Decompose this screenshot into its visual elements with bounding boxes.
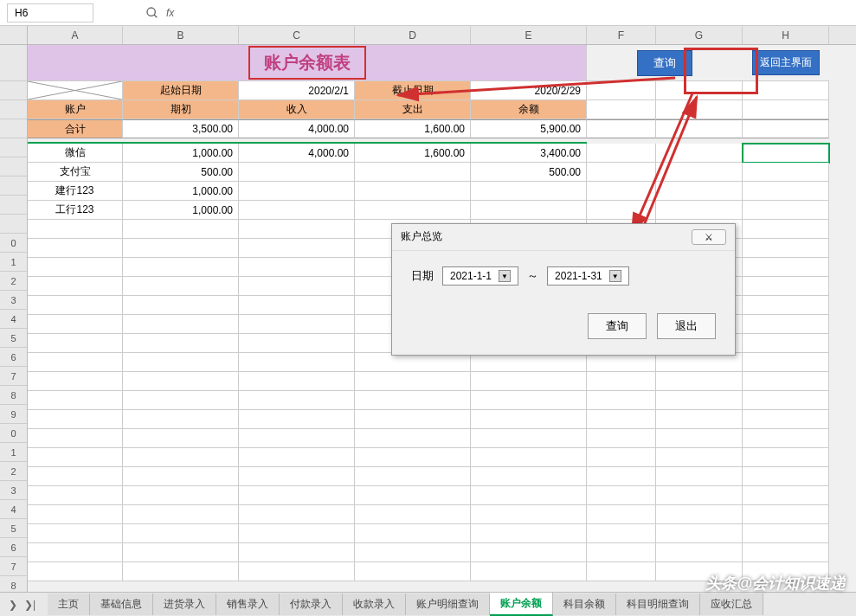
tab-nav-prev-icon[interactable]: ❯ xyxy=(9,599,17,611)
row-header[interactable]: 9 xyxy=(0,405,27,424)
account-cell[interactable]: 1,600.00 xyxy=(355,144,471,163)
sheet-tab[interactable]: 主页 xyxy=(48,594,90,615)
end-date-select[interactable]: 2021-1-31 ▼ xyxy=(547,266,629,286)
account-name[interactable]: 支付宝 xyxy=(28,163,123,182)
account-cell[interactable] xyxy=(355,163,471,182)
row-header[interactable]: 5 xyxy=(0,519,27,538)
account-name[interactable]: 建行123 xyxy=(28,182,123,201)
return-main-button[interactable]: 返回主界面 xyxy=(752,50,820,75)
col-header-D[interactable]: D xyxy=(355,26,471,44)
col-header-G[interactable]: G xyxy=(656,26,743,44)
row-header[interactable] xyxy=(0,215,27,234)
row-header[interactable] xyxy=(0,196,27,215)
row-header[interactable] xyxy=(0,176,27,196)
account-cell[interactable] xyxy=(355,201,471,220)
hdr-income: 收入 xyxy=(239,100,355,119)
search-icon[interactable] xyxy=(145,6,159,20)
start-date-select[interactable]: 2021-1-1 ▼ xyxy=(442,266,518,286)
column-headers: A B C D E F G H xyxy=(0,26,856,45)
sum-income[interactable]: 4,000.00 xyxy=(239,119,355,138)
account-cell[interactable]: 500.00 xyxy=(123,163,239,182)
row-header[interactable]: 8 xyxy=(0,386,27,405)
row-header[interactable]: 1 xyxy=(0,253,27,272)
cell-reference-input[interactable] xyxy=(7,3,93,22)
account-cell[interactable]: 1,000.00 xyxy=(123,182,239,201)
sheet-tab[interactable]: 科目余额 xyxy=(553,594,616,615)
sum-balance[interactable]: 5,900.00 xyxy=(471,119,587,138)
col-header-H[interactable]: H xyxy=(743,26,829,44)
end-date-value[interactable]: 2020/2/29 xyxy=(471,81,587,100)
sheet-tab[interactable]: 付款录入 xyxy=(280,594,343,615)
account-cell[interactable] xyxy=(471,182,587,201)
row-header[interactable]: 3 xyxy=(0,481,27,500)
account-name[interactable]: 微信 xyxy=(28,144,123,163)
sheet-tab[interactable]: 账户明细查询 xyxy=(406,594,490,615)
row-header[interactable] xyxy=(0,45,27,81)
row-header[interactable]: 4 xyxy=(0,310,27,329)
date-separator: ～ xyxy=(527,268,538,284)
dialog-query-button[interactable]: 查询 xyxy=(588,313,647,339)
row-header[interactable]: 3 xyxy=(0,291,27,310)
account-cell[interactable]: 3,400.00 xyxy=(471,144,587,163)
selected-cell-H6[interactable] xyxy=(743,144,829,163)
sheet-tab[interactable]: 进货录入 xyxy=(153,594,216,615)
sheet-tab[interactable]: 销售录入 xyxy=(216,594,280,615)
dialog-exit-button[interactable]: 退出 xyxy=(657,313,716,339)
row-header[interactable]: 2 xyxy=(0,272,27,291)
query-button[interactable]: 查询 xyxy=(637,50,692,76)
row-header[interactable]: 6 xyxy=(0,348,27,367)
col-header-E[interactable]: E xyxy=(471,26,587,44)
row-header[interactable]: 5 xyxy=(0,329,27,348)
sum-expense[interactable]: 1,600.00 xyxy=(355,119,471,138)
svg-line-1 xyxy=(154,15,157,17)
fx-label[interactable]: fx xyxy=(166,7,174,19)
account-cell[interactable]: 1,000.00 xyxy=(123,201,239,220)
account-cell[interactable]: 1,000.00 xyxy=(123,144,239,163)
dialog-close-button[interactable]: ⚔ xyxy=(692,229,726,245)
hdr-expense: 支出 xyxy=(355,100,471,119)
hdr-account: 账户 xyxy=(28,100,123,119)
sum-label: 合计 xyxy=(28,119,123,138)
account-cell[interactable]: 500.00 xyxy=(471,163,587,182)
col-header-C[interactable]: C xyxy=(239,26,355,44)
row-header[interactable]: 2 xyxy=(0,462,27,481)
start-date-value[interactable]: 2020/2/1 xyxy=(239,81,355,100)
row-header[interactable] xyxy=(0,157,27,176)
account-cell[interactable]: 4,000.00 xyxy=(239,144,355,163)
tab-nav-last-icon[interactable]: ❯| xyxy=(24,599,35,611)
row-header[interactable]: 6 xyxy=(0,538,27,557)
sheet-tab[interactable]: 应收汇总 xyxy=(700,594,763,615)
formula-bar: fx xyxy=(0,0,856,26)
row-header[interactable]: 4 xyxy=(0,500,27,519)
row-header[interactable] xyxy=(0,81,27,100)
account-cell[interactable] xyxy=(239,182,355,201)
dropdown-icon: ▼ xyxy=(499,270,511,282)
sheet-tab[interactable]: 基础信息 xyxy=(90,594,153,615)
row-header[interactable]: 0 xyxy=(0,234,27,253)
row-headers: 0 1 2 3 4 5 6 7 8 9 0 1 2 3 4 5 6 7 8 xyxy=(0,45,28,595)
sheet-tab-bar: ❯ ❯| 主页 基础信息 进货录入 销售录入 付款录入 收款录入 账户明细查询 … xyxy=(0,592,856,616)
account-cell[interactable] xyxy=(471,201,587,220)
sheet-tab[interactable]: 收款录入 xyxy=(343,594,406,615)
sum-initial[interactable]: 3,500.00 xyxy=(123,119,239,138)
watermark: 头条@会计知识速递 xyxy=(705,573,846,594)
row-header[interactable]: 0 xyxy=(0,424,27,443)
row-header[interactable] xyxy=(0,100,27,119)
row-header[interactable] xyxy=(0,138,27,157)
sheet-tab-active[interactable]: 账户余额 xyxy=(490,593,553,616)
account-cell[interactable] xyxy=(239,201,355,220)
row-header[interactable]: 7 xyxy=(0,367,27,386)
dialog-date-label: 日期 xyxy=(411,268,434,284)
row-header[interactable] xyxy=(0,119,27,138)
row-header[interactable]: 1 xyxy=(0,443,27,462)
col-header-A[interactable]: A xyxy=(28,26,123,44)
col-header-B[interactable]: B xyxy=(123,26,239,44)
sheet-tab[interactable]: 科目明细查询 xyxy=(616,594,700,615)
row-header[interactable]: 7 xyxy=(0,557,27,576)
end-date-label: 截止日期 xyxy=(355,81,471,100)
col-header-F[interactable]: F xyxy=(587,26,656,44)
sheet-title: 账户余额表 xyxy=(28,45,587,81)
account-cell[interactable] xyxy=(355,182,471,201)
account-cell[interactable] xyxy=(239,163,355,182)
account-name[interactable]: 工行123 xyxy=(28,201,123,220)
